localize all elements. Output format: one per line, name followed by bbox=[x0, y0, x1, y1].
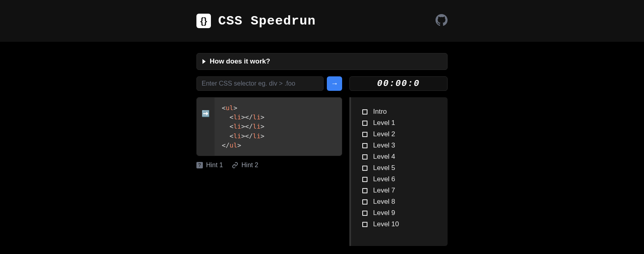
level-item[interactable]: Level 7 bbox=[362, 185, 436, 196]
level-label: Intro bbox=[373, 108, 387, 116]
link-icon bbox=[232, 162, 238, 168]
checkbox-icon bbox=[362, 199, 367, 205]
how-it-works-toggle[interactable]: How does it work? bbox=[196, 53, 448, 70]
main-content: How does it work? → 00:00:0 ➡️ <ul> <li>… bbox=[196, 42, 448, 246]
svg-text:?: ? bbox=[198, 162, 201, 168]
disclosure-triangle-icon bbox=[202, 59, 206, 64]
level-label: Level 9 bbox=[373, 209, 395, 217]
selector-input[interactable] bbox=[196, 76, 324, 91]
level-label: Level 1 bbox=[373, 119, 395, 127]
level-label: Level 10 bbox=[373, 220, 399, 228]
level-label: Level 4 bbox=[373, 153, 395, 161]
level-item[interactable]: Level 1 bbox=[362, 117, 436, 129]
hint-label: Hint 2 bbox=[242, 162, 258, 169]
checkbox-icon bbox=[362, 143, 367, 148]
level-item[interactable]: Intro bbox=[362, 106, 436, 117]
arrow-right-icon: → bbox=[331, 80, 338, 88]
checkbox-icon bbox=[362, 121, 367, 126]
level-item[interactable]: Level 3 bbox=[362, 140, 436, 151]
checkbox-icon bbox=[362, 154, 367, 160]
checkbox-icon bbox=[362, 211, 367, 216]
level-label: Level 8 bbox=[373, 198, 395, 206]
level-item[interactable]: Level 10 bbox=[362, 219, 436, 230]
hint-label: Hint 1 bbox=[206, 162, 223, 169]
level-label: Level 6 bbox=[373, 175, 395, 183]
checkbox-icon bbox=[362, 177, 367, 182]
app-header: {} CSS Speedrun bbox=[0, 0, 644, 42]
hint-2[interactable]: Hint 2 bbox=[232, 162, 258, 169]
brand: {} CSS Speedrun bbox=[196, 14, 316, 29]
submit-button[interactable]: → bbox=[327, 76, 342, 91]
checkbox-icon bbox=[362, 188, 367, 193]
level-item[interactable]: Level 9 bbox=[362, 207, 436, 219]
levels-panel: IntroLevel 1Level 2Level 3Level 4Level 5… bbox=[349, 97, 448, 246]
logo-icon: {} bbox=[196, 14, 211, 28]
level-item[interactable]: Level 4 bbox=[362, 151, 436, 162]
level-label: Level 3 bbox=[373, 141, 395, 150]
checkbox-icon bbox=[362, 166, 367, 171]
github-icon bbox=[436, 14, 448, 28]
level-item[interactable]: Level 2 bbox=[362, 129, 436, 140]
checkbox-icon bbox=[362, 132, 367, 137]
hint-1[interactable]: ?Hint 1 bbox=[196, 162, 223, 169]
level-item[interactable]: Level 8 bbox=[362, 196, 436, 207]
pointer-icon: ➡️ bbox=[202, 110, 210, 117]
hints-row: ?Hint 1Hint 2 bbox=[196, 162, 342, 169]
level-label: Level 7 bbox=[373, 186, 395, 195]
level-item[interactable]: Level 5 bbox=[362, 162, 436, 174]
github-link[interactable] bbox=[436, 14, 448, 28]
code-panel: ➡️ <ul> <li></li> <li></li> <li></li></u… bbox=[196, 97, 342, 156]
level-label: Level 5 bbox=[373, 164, 395, 172]
how-it-works-label: How does it work? bbox=[210, 57, 270, 66]
level-item[interactable]: Level 6 bbox=[362, 174, 436, 185]
checkbox-icon bbox=[362, 222, 367, 227]
level-label: Level 2 bbox=[373, 130, 395, 138]
code-gutter: ➡️ bbox=[197, 98, 215, 156]
app-title: CSS Speedrun bbox=[218, 14, 316, 29]
code-body: <ul> <li></li> <li></li> <li></li></ul> bbox=[215, 98, 342, 156]
question-icon: ? bbox=[196, 162, 203, 168]
checkbox-icon bbox=[362, 109, 367, 115]
timer-display: 00:00:0 bbox=[349, 76, 448, 91]
